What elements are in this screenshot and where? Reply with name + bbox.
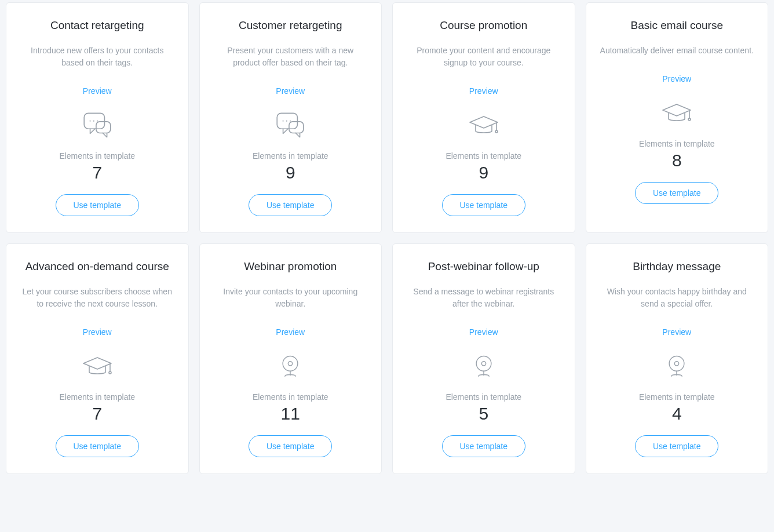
card-description: Introduce new offers to your contacts ba…: [20, 45, 174, 69]
graduation-cap-icon: [660, 96, 693, 129]
card-description: Send a message to webinar registrants af…: [407, 286, 561, 310]
template-card: Advanced on-demand courseLet your course…: [6, 243, 189, 474]
elements-label: Elements in template: [59, 392, 135, 402]
elements-label: Elements in template: [639, 392, 715, 402]
card-description: Wish your contacts happy birthday and se…: [600, 286, 754, 310]
chat-bubbles-icon: [273, 108, 307, 141]
preview-link[interactable]: Preview: [469, 327, 498, 337]
card-title: Webinar promotion: [244, 259, 337, 274]
use-template-button[interactable]: Use template: [56, 194, 139, 216]
preview-link[interactable]: Preview: [83, 327, 112, 337]
elements-count: 9: [286, 163, 295, 183]
card-title: Customer retargeting: [239, 18, 342, 33]
template-card: Post-webinar follow-upSend a message to …: [392, 243, 575, 474]
elements-count: 5: [479, 404, 488, 424]
use-template-button[interactable]: Use template: [442, 435, 525, 457]
elements-count: 7: [92, 163, 102, 183]
elements-count: 8: [672, 151, 682, 170]
template-card: Basic email courseAutomatically deliver …: [586, 2, 769, 233]
template-card: Contact retargetingIntroduce new offers …: [6, 2, 189, 233]
preview-link[interactable]: Preview: [83, 86, 112, 96]
card-title: Contact retargeting: [50, 18, 144, 33]
elements-label: Elements in template: [446, 151, 521, 161]
template-card: Birthday messageWish your contacts happy…: [586, 243, 769, 474]
template-grid: Contact retargetingIntroduce new offers …: [6, 2, 768, 474]
card-title: Birthday message: [633, 259, 721, 274]
preview-link[interactable]: Preview: [276, 86, 305, 96]
card-title: Course promotion: [440, 18, 527, 33]
template-card: Customer retargetingPresent your custome…: [199, 2, 382, 233]
template-card: Webinar promotionInvite your contacts to…: [199, 243, 382, 474]
elements-count: 7: [92, 404, 102, 424]
elements-count: 11: [281, 404, 300, 424]
elements-label: Elements in template: [253, 392, 328, 402]
elements-count: 9: [479, 163, 488, 183]
preview-link[interactable]: Preview: [469, 86, 498, 96]
preview-link[interactable]: Preview: [662, 327, 691, 337]
graduation-cap-icon: [468, 108, 500, 141]
preview-link[interactable]: Preview: [662, 74, 691, 83]
preview-link[interactable]: Preview: [276, 327, 305, 337]
card-title: Basic email course: [631, 18, 723, 33]
template-card: Course promotionPromote your content and…: [392, 2, 575, 233]
use-template-button[interactable]: Use template: [249, 194, 332, 216]
card-description: Let your course subscribers choose when …: [20, 286, 174, 310]
card-description: Invite your contacts to your upcoming we…: [214, 286, 368, 310]
card-description: Automatically deliver email course conte…: [600, 45, 754, 57]
card-title: Advanced on-demand course: [25, 259, 169, 274]
elements-label: Elements in template: [446, 392, 521, 402]
card-description: Present your customers with a new produc…: [214, 45, 368, 69]
use-template-button[interactable]: Use template: [635, 435, 718, 457]
webcam-icon: [664, 349, 689, 382]
elements-label: Elements in template: [59, 151, 135, 161]
use-template-button[interactable]: Use template: [56, 435, 139, 457]
card-title: Post-webinar follow-up: [428, 259, 539, 274]
use-template-button[interactable]: Use template: [635, 182, 718, 204]
elements-label: Elements in template: [253, 151, 328, 161]
use-template-button[interactable]: Use template: [249, 435, 332, 457]
elements-count: 4: [672, 404, 682, 424]
elements-label: Elements in template: [639, 139, 715, 148]
use-template-button[interactable]: Use template: [442, 194, 525, 216]
webcam-icon: [471, 349, 496, 382]
chat-bubbles-icon: [81, 108, 114, 141]
graduation-cap-icon: [81, 349, 114, 382]
webcam-icon: [278, 349, 303, 382]
card-description: Promote your content and encourage signu…: [407, 45, 561, 69]
